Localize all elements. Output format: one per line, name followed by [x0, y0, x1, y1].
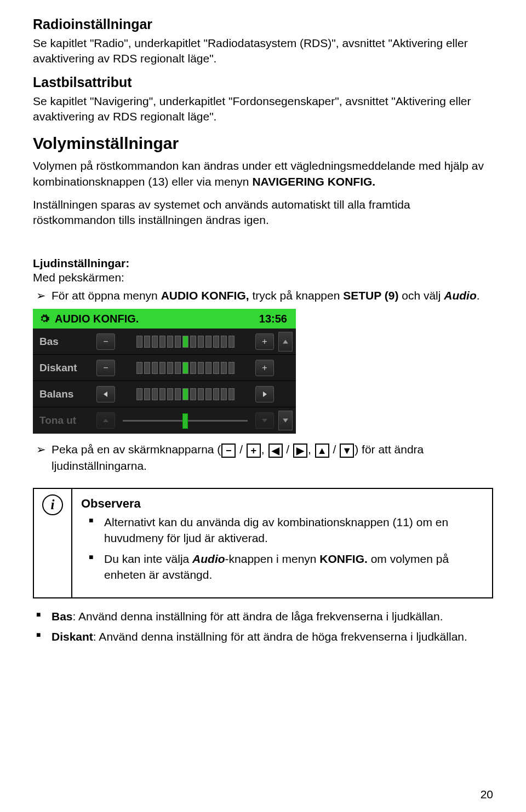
comma1: , — [261, 443, 268, 456]
left-icon: ◀ — [268, 444, 283, 458]
note-list: Alternativt kan du använda dig av kombin… — [81, 514, 483, 583]
treble-minus-button[interactable]: − — [96, 360, 115, 376]
balance-right-button[interactable] — [255, 386, 274, 402]
b1a: För att öppna menyn — [52, 289, 161, 302]
b1d: SETUP (9) — [343, 289, 398, 302]
def-bass-b: : Använd denna inställning för att ändra… — [73, 610, 443, 623]
radio-heading: Radioinställningar — [33, 16, 493, 32]
slash2: / — [283, 443, 293, 456]
b1c: tryck på knappen — [249, 289, 344, 302]
b1e: och välj — [398, 289, 444, 302]
gear-icon — [38, 313, 50, 325]
sound-subtitle: Med pekskärmen: — [33, 271, 493, 284]
audio-header: AUDIO KONFIG. 13:56 — [33, 309, 296, 329]
fade-down-button[interactable] — [255, 412, 274, 429]
n2b: Audio — [192, 552, 225, 565]
row-treble-label: Diskant — [39, 362, 92, 374]
balance-meter — [119, 388, 251, 401]
row-fade-label: Tona ut — [39, 414, 92, 427]
truck-heading: Lastbilsattribut — [33, 74, 493, 90]
def-bass: Bas: Använd denna inställning för att än… — [33, 608, 493, 624]
sound-steps-list: För att öppna menyn AUDIO KONFIG, tryck … — [33, 287, 493, 303]
row-bass-label: Bas — [39, 336, 92, 348]
n2c: -knappen i menyn — [225, 552, 320, 565]
sound-step-2: Peka på en av skärmknapparna (− / +, ◀ /… — [33, 441, 493, 474]
bass-plus-button[interactable]: + — [255, 333, 274, 350]
slash1: / — [236, 443, 246, 456]
def-treble-a: Diskant — [52, 630, 93, 643]
fade-knob[interactable] — [182, 413, 188, 429]
page-number: 20 — [481, 788, 493, 801]
volume-p1: Volymen på röstkommandon kan ändras unde… — [33, 158, 493, 189]
fade-track — [123, 420, 248, 422]
sound-step-1: För att öppna menyn AUDIO KONFIG, tryck … — [33, 287, 493, 303]
truck-body: Se kapitlet "Navigering", underkapitlet … — [33, 94, 493, 125]
row-balance: Balans — [33, 381, 296, 407]
def-bass-a: Bas — [52, 610, 73, 623]
comma2: , — [308, 443, 315, 456]
row-fade: Tona ut — [33, 407, 296, 434]
minus-icon: − — [221, 444, 236, 458]
row-treble: Diskant − + — [33, 355, 296, 381]
scroll-up-button[interactable] — [278, 332, 293, 352]
row-bass: Bas − + — [33, 329, 296, 355]
def-treble: Diskant: Använd denna inställning för at… — [33, 629, 493, 644]
bass-meter — [119, 335, 251, 348]
info-icon: i — [42, 494, 63, 515]
audio-time: 13:56 — [259, 313, 287, 325]
sound-steps-list-2: Peka på en av skärmknapparna (− / +, ◀ /… — [33, 441, 493, 474]
n2d: KONFIG. — [319, 552, 368, 565]
row-balance-label: Balans — [39, 388, 92, 400]
volume-p2: Inställningen sparas av systemet och anv… — [33, 197, 493, 228]
b2a: Peka på en av skärmknapparna ( — [52, 443, 221, 456]
audio-config-panel: AUDIO KONFIG. 13:56 Bas − + Diskant − + … — [33, 309, 296, 434]
b1g: . — [477, 289, 480, 302]
right-icon: ▶ — [293, 444, 307, 458]
plus-icon: + — [247, 444, 261, 458]
definitions-list: Bas: Använd denna inställning för att än… — [33, 608, 493, 645]
n2a: Du kan inte välja — [104, 552, 192, 565]
audio-title: AUDIO KONFIG. — [55, 313, 255, 325]
note-item-2: Du kan inte välja Audio-knappen i menyn … — [81, 551, 483, 583]
down-icon: ▼ — [340, 444, 354, 458]
info-icon-cell: i — [34, 489, 72, 597]
def-treble-b: : Använd denna inställning för att ändra… — [93, 630, 467, 643]
volume-heading: Volyminställningar — [33, 134, 493, 153]
b1f: Audio — [444, 289, 476, 302]
note-heading: Observera — [81, 497, 483, 511]
treble-plus-button[interactable]: + — [255, 360, 274, 376]
note-body: Observera Alternativt kan du använda dig… — [72, 489, 492, 597]
volume-p1-b: NAVIGERING KONFIG. — [252, 175, 375, 188]
treble-meter — [119, 361, 251, 375]
bass-minus-button[interactable]: − — [96, 333, 115, 350]
slash3: / — [330, 443, 340, 456]
fade-up-button[interactable] — [96, 412, 115, 429]
balance-left-button[interactable] — [96, 386, 115, 402]
note-item-1: Alternativt kan du använda dig av kombin… — [81, 514, 483, 546]
up-icon: ▲ — [315, 444, 329, 458]
note-box: i Observera Alternativt kan du använda d… — [33, 488, 493, 598]
scroll-down-button[interactable] — [278, 411, 293, 430]
radio-body: Se kapitlet "Radio", underkapitlet "Radi… — [33, 36, 493, 67]
sound-subheading: Ljudinställningar: — [33, 257, 493, 270]
b1b: AUDIO KONFIG, — [161, 289, 249, 302]
